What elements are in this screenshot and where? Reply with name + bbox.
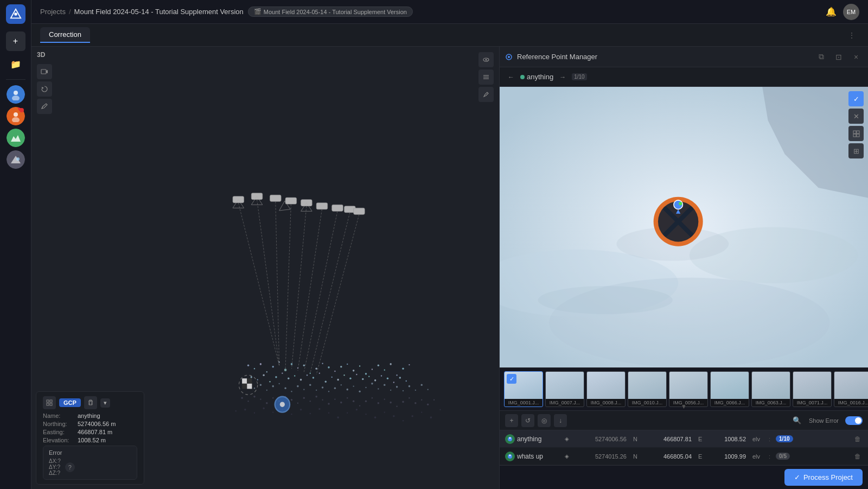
gcp-row-elv-label-1: elv — [752, 453, 765, 460]
svg-line-31 — [304, 211, 337, 372]
svg-point-76 — [319, 372, 320, 373]
gcp-add-button[interactable]: + — [505, 414, 518, 427]
svg-point-158 — [291, 414, 292, 415]
show-error-toggle[interactable] — [845, 416, 863, 425]
svg-rect-205 — [853, 134, 856, 137]
search-icon[interactable]: 🔍 — [793, 416, 801, 424]
thumbnail-item-0[interactable]: ✓ IMG_0001.J... — [504, 371, 543, 407]
app-logo[interactable] — [6, 4, 25, 24]
svg-point-65 — [251, 376, 252, 378]
svg-point-82 — [356, 374, 357, 375]
svg-point-159 — [300, 409, 302, 411]
gcp-northing-value: 5274006.56 m — [78, 421, 116, 427]
thumbnail-item-6[interactable]: IMG_0063.J... — [751, 371, 790, 407]
svg-point-148 — [414, 402, 416, 404]
svg-point-1 — [14, 12, 17, 16]
gcp-table-row-1[interactable]: whats up ◈ 5274015.26 N 466805.04 E 1009… — [500, 448, 868, 465]
gcp-refresh-button[interactable]: ↺ — [521, 414, 534, 427]
rp-image-tools: ✓ ✕ ⊞ — [848, 91, 864, 158]
sidebar-avatar-blue[interactable] — [7, 85, 25, 104]
rp-window-button[interactable]: ⧉ — [815, 50, 828, 63]
thumbnail-item-7[interactable]: IMG_0071.J... — [793, 371, 832, 407]
gcp-delete-row-0[interactable]: 🗑 — [853, 434, 863, 444]
sidebar-new-button[interactable]: + — [6, 31, 25, 51]
version-badge[interactable]: 🎬 Mount Field 2024-05-14 - Tutorial Supp… — [248, 7, 413, 17]
svg-point-41 — [266, 371, 267, 372]
rp-x-button[interactable]: ✕ — [848, 109, 864, 124]
svg-point-44 — [284, 369, 287, 371]
svg-rect-204 — [857, 131, 859, 134]
svg-point-129 — [297, 403, 298, 404]
svg-point-104 — [334, 387, 336, 389]
notification-bell-icon[interactable]: 🔔 — [826, 7, 837, 17]
svg-point-109 — [365, 387, 366, 388]
tab-correction[interactable]: Correction — [40, 27, 90, 43]
sidebar-files-button[interactable]: 📁 — [6, 54, 25, 74]
rp-close-button[interactable]: × — [850, 50, 863, 63]
svg-rect-203 — [853, 131, 856, 134]
svg-point-152 — [235, 410, 237, 411]
thumbnail-item-3[interactable]: IMG_0010.J... — [628, 371, 667, 407]
thumbnail-scroll-down[interactable]: ▼ — [681, 404, 687, 410]
gcp-row-sep-0: : — [769, 436, 770, 442]
thumb-snow-1 — [546, 372, 584, 399]
rp-expand-button[interactable]: ⊡ — [832, 50, 845, 63]
thumb-label-2: IMG_0008.J... — [587, 399, 625, 407]
snow-scene — [500, 87, 868, 367]
rp-nav-forward-button[interactable]: → — [557, 71, 569, 83]
breadcrumb: Projects / Mount Field 2024-05-14 - Tuto… — [40, 8, 244, 16]
rp-image-area[interactable]: ✓ ✕ ⊞ — [500, 87, 868, 367]
error-title: Error — [49, 449, 131, 456]
svg-point-99 — [303, 389, 304, 390]
thumbnail-item-5[interactable]: IMG_0066.J... — [710, 371, 749, 407]
thumbnail-item-8[interactable]: IMG_0016.J... — [834, 371, 868, 407]
svg-point-68 — [269, 381, 270, 382]
tab-menu-button[interactable]: ⋮ — [844, 28, 859, 43]
sidebar-avatar-terrain[interactable] — [7, 129, 25, 147]
svg-point-136 — [340, 402, 342, 404]
thumbnail-item-1[interactable]: IMG_0007.J... — [545, 371, 584, 407]
user-avatar[interactable]: EM — [843, 4, 859, 20]
svg-rect-24 — [354, 208, 365, 214]
gcp-toolbar-settings-button[interactable] — [43, 396, 56, 409]
svg-point-154 — [254, 412, 255, 414]
svg-point-74 — [307, 374, 308, 376]
gcp-row-counter-0[interactable]: 1/10 — [776, 435, 793, 442]
thumbnail-item-4[interactable]: IMG_0056.J... — [669, 371, 708, 407]
rp-check-button[interactable]: ✓ — [848, 91, 864, 106]
svg-rect-187 — [50, 403, 52, 405]
gcp-dropdown-button[interactable]: ▾ — [100, 398, 110, 408]
viewport-3d[interactable]: 3D — [31, 47, 499, 489]
thumbnail-item-2[interactable]: IMG_0008.J... — [586, 371, 626, 407]
gcp-row-name-1: whats up — [517, 453, 560, 460]
rp-maximize-button[interactable]: ⊞ — [848, 143, 864, 158]
svg-point-139 — [359, 405, 360, 406]
svg-point-130 — [303, 397, 305, 399]
error-help-button[interactable]: ? — [65, 462, 75, 472]
process-project-button[interactable]: ✓ Process Project — [784, 469, 863, 486]
svg-point-125 — [272, 397, 273, 398]
svg-line-25 — [238, 203, 279, 366]
gcp-row-n-label-0: N — [633, 436, 646, 442]
svg-point-170 — [403, 420, 404, 421]
svg-point-106 — [347, 389, 348, 391]
rp-nav-label: anything — [520, 73, 553, 81]
gcp-row-counter-1[interactable]: 0/5 — [776, 453, 790, 460]
thumb-snow-5 — [711, 372, 749, 399]
rp-grid-button[interactable] — [848, 126, 864, 141]
svg-point-102 — [322, 386, 323, 389]
gcp-download-button[interactable]: ↓ — [554, 414, 567, 427]
svg-point-160 — [310, 413, 311, 414]
gcp-delete-row-1[interactable]: 🗑 — [853, 452, 863, 461]
gcp-target-button[interactable]: ◎ — [538, 414, 551, 427]
rp-nav-back-button[interactable]: ← — [505, 71, 517, 83]
gcp-table-row-0[interactable]: anything ◈ 5274006.56 N 466807.81 E 1008… — [500, 430, 868, 448]
svg-point-119 — [427, 389, 429, 390]
svg-point-149 — [421, 399, 422, 401]
gcp-delete-button[interactable] — [84, 396, 97, 409]
breadcrumb-projects[interactable]: Projects — [40, 8, 66, 16]
svg-point-47 — [303, 364, 305, 366]
sidebar-avatar-mountain[interactable] — [7, 150, 25, 169]
svg-point-86 — [381, 375, 382, 376]
svg-rect-178 — [242, 384, 247, 389]
